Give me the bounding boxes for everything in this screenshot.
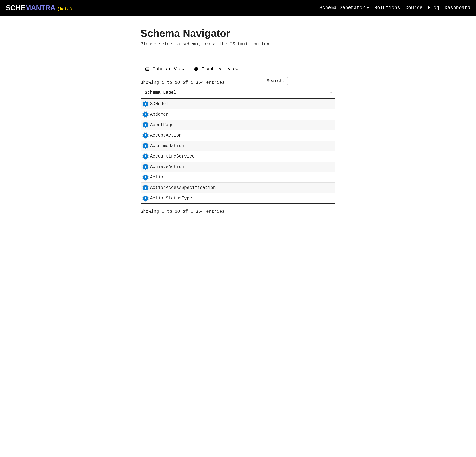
- table-row[interactable]: + AcceptAction: [141, 130, 335, 141]
- schema-label: Action: [150, 175, 166, 180]
- expand-icon[interactable]: +: [143, 185, 148, 190]
- expand-icon[interactable]: +: [143, 143, 148, 149]
- expand-icon[interactable]: +: [143, 196, 148, 201]
- column-header-schema-label: Schema Label: [145, 90, 176, 95]
- table-row[interactable]: + ActionStatusType: [141, 193, 335, 204]
- search-input[interactable]: [287, 77, 335, 85]
- showing-entries-bottom: Showing 1 to 10 of 1,354 entries: [141, 209, 335, 214]
- schema-label: AccountingService: [150, 154, 195, 159]
- navbar: SCHEMANTRA (beta) Schema Generator Solut…: [0, 0, 476, 16]
- expand-icon[interactable]: +: [143, 164, 148, 170]
- schema-label: Abdomen: [150, 112, 169, 117]
- nav-solutions[interactable]: Solutions: [374, 5, 400, 11]
- table-row[interactable]: + AccountingService: [141, 151, 335, 162]
- expand-icon[interactable]: +: [143, 112, 148, 117]
- brand-mantra: MANTRA: [25, 4, 55, 12]
- nav-links: Schema Generator Solutions Course Blog D…: [320, 5, 470, 11]
- chevron-down-icon: [367, 7, 369, 9]
- main-container: Schema Navigator Please select a schema,…: [131, 16, 345, 222]
- table-row[interactable]: + 3DModel: [141, 99, 335, 109]
- nav-schema-generator[interactable]: Schema Generator: [320, 5, 369, 11]
- pie-chart-icon: [194, 67, 198, 71]
- brand-logo: SCHEMANTRA: [6, 4, 55, 12]
- expand-icon[interactable]: +: [143, 122, 148, 128]
- nav-link-label: Course: [405, 5, 423, 11]
- nav-blog[interactable]: Blog: [428, 5, 439, 11]
- page-title: Schema Navigator: [141, 27, 335, 39]
- search-label: Search:: [267, 78, 285, 83]
- table-header[interactable]: Schema Label: [141, 87, 335, 99]
- schema-table: Schema Label + 3DModel + Abdomen + About…: [141, 87, 335, 204]
- brand-beta: (beta): [57, 7, 72, 12]
- schema-label: AcceptAction: [150, 133, 182, 138]
- nav-link-label: Blog: [428, 5, 439, 11]
- schema-label: AboutPage: [150, 122, 174, 128]
- table-row[interactable]: + AboutPage: [141, 120, 335, 130]
- schema-label: Accommodation: [150, 143, 184, 148]
- tab-tabular-view[interactable]: Tabular View: [141, 64, 189, 75]
- schema-label: ActionAccessSpecification: [150, 185, 216, 190]
- nav-link-label: Dashboard: [445, 5, 470, 11]
- brand-sche: SCHE: [6, 4, 25, 12]
- table-controls: Showing 1 to 10 of 1,354 entries Search:: [141, 77, 335, 85]
- table-row[interactable]: + AchieveAction: [141, 162, 335, 172]
- schema-label: AchieveAction: [150, 164, 184, 169]
- tab-label: Tabular View: [153, 67, 185, 72]
- expand-icon[interactable]: +: [143, 101, 148, 107]
- table-row[interactable]: + Action: [141, 172, 335, 183]
- search-wrap: Search:: [267, 77, 335, 85]
- tab-label: Graphical View: [202, 67, 238, 72]
- table-icon: [145, 67, 149, 71]
- expand-icon[interactable]: +: [143, 154, 148, 159]
- tab-graphical-view[interactable]: Graphical View: [189, 64, 243, 74]
- brand[interactable]: SCHEMANTRA (beta): [6, 4, 72, 12]
- table-body: + 3DModel + Abdomen + AboutPage + Accept…: [141, 99, 335, 204]
- schema-label: ActionStatusType: [150, 196, 192, 201]
- sort-icon: [330, 90, 334, 95]
- nav-link-label: Schema Generator: [320, 5, 365, 11]
- expand-icon[interactable]: +: [143, 175, 148, 180]
- nav-dashboard[interactable]: Dashboard: [445, 5, 470, 11]
- showing-entries-top: Showing 1 to 10 of 1,354 entries: [141, 77, 225, 85]
- nav-course[interactable]: Course: [405, 5, 423, 11]
- page-subtitle: Please select a schema, press the "Submi…: [141, 42, 335, 47]
- view-tabs: Tabular View Graphical View: [141, 64, 335, 75]
- table-row[interactable]: + Accommodation: [141, 141, 335, 151]
- expand-icon[interactable]: +: [143, 133, 148, 138]
- nav-link-label: Solutions: [374, 5, 400, 11]
- schema-label: 3DModel: [150, 102, 169, 106]
- svg-rect-0: [146, 68, 149, 71]
- table-row[interactable]: + Abdomen: [141, 109, 335, 120]
- table-row[interactable]: + ActionAccessSpecification: [141, 183, 335, 193]
